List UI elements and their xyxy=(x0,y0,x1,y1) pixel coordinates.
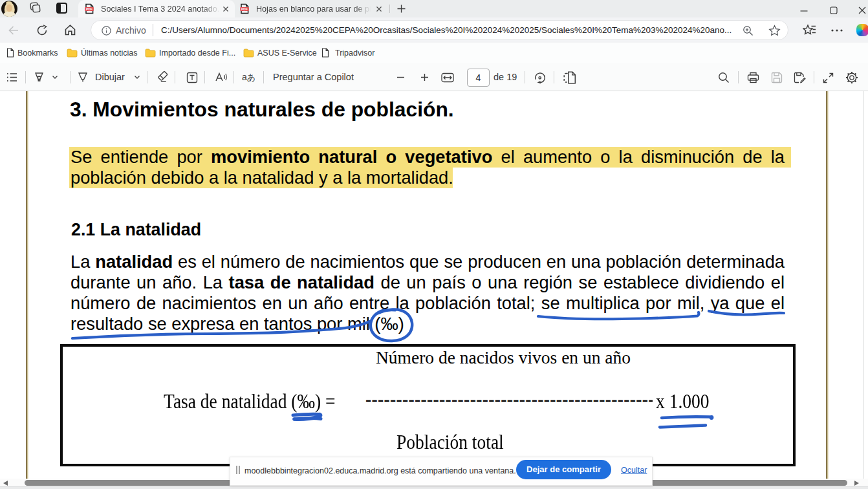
svg-text:PDF: PDF xyxy=(241,7,248,11)
svg-text:PDF: PDF xyxy=(86,7,92,11)
